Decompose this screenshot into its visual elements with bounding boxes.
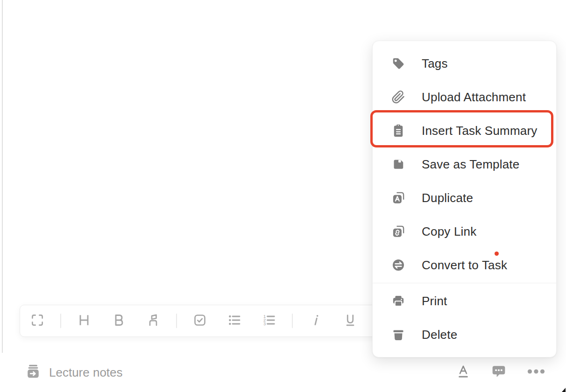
menu-item-label: Copy Link: [422, 224, 476, 239]
note-list-label: Lecture notes: [49, 365, 123, 380]
note-editor-screen: 123: [0, 0, 566, 392]
copy-link-icon: [391, 224, 405, 238]
more-options-icon: [527, 366, 545, 379]
menu-item-tags[interactable]: Tags: [373, 47, 556, 80]
clipboard-icon: [391, 124, 405, 138]
menu-item-label: Upload Attachment: [422, 90, 526, 105]
menu-item-delete[interactable]: Delete: [373, 318, 556, 351]
italic-icon: [309, 313, 323, 329]
highlight-button[interactable]: [136, 305, 170, 336]
menu-item-label: Insert Task Summary: [422, 124, 538, 138]
italic-button[interactable]: [298, 305, 333, 336]
menu-divider: [373, 283, 556, 283]
bold-icon: [112, 313, 126, 329]
font-color-icon: [456, 363, 471, 382]
bulleted-list-button[interactable]: [217, 305, 252, 336]
menu-item-save-as-template[interactable]: Save as Template: [373, 147, 556, 181]
format-toolbar: 123: [20, 305, 410, 337]
menu-item-label: Duplicate: [422, 191, 473, 205]
note-list-selector[interactable]: Lecture notes: [25, 364, 123, 381]
menu-item-print[interactable]: Print: [373, 284, 556, 318]
toolbar-divider: [55, 305, 67, 336]
tag-icon: [391, 56, 405, 70]
menu-item-insert-task-summary[interactable]: Insert Task Summary: [373, 114, 556, 147]
menu-item-copy-link[interactable]: Copy Link: [373, 215, 556, 248]
comment-icon: [491, 364, 506, 380]
footer-actions: [456, 363, 545, 382]
menu-item-upload-attachment[interactable]: Upload Attachment: [373, 80, 556, 114]
menu-item-label: Save as Template: [422, 157, 519, 172]
convert-arrows-icon: [391, 258, 405, 272]
bold-button[interactable]: [101, 305, 136, 336]
underline-icon: [343, 313, 357, 329]
heading-icon: [77, 313, 91, 329]
context-menu: Tags Upload Attachment Insert Task Summa…: [372, 41, 557, 357]
move-to-list-icon: [25, 364, 41, 381]
fullscreen-icon: [30, 313, 44, 329]
toolbar-divider: [286, 305, 298, 336]
underline-button[interactable]: [333, 305, 368, 336]
menu-item-duplicate[interactable]: Duplicate: [373, 181, 556, 215]
trash-icon: [391, 328, 405, 342]
numbered-list-icon: 123: [262, 313, 276, 329]
numbered-list-button[interactable]: 123: [252, 305, 286, 336]
printer-icon: [391, 294, 405, 308]
comment-button[interactable]: [491, 364, 506, 380]
heading-button[interactable]: [67, 305, 101, 336]
font-format-button[interactable]: [456, 363, 471, 382]
floppy-disk-icon: [391, 157, 405, 171]
fullscreen-button[interactable]: [20, 305, 55, 336]
highlight-flag-icon: [146, 313, 160, 329]
menu-item-label: Convert to Task: [422, 258, 507, 273]
more-options-button[interactable]: [527, 366, 545, 379]
note-footer-bar: Lecture notes: [0, 353, 566, 392]
checkbox-icon: [193, 313, 207, 329]
menu-item-convert-to-task[interactable]: Convert to Task: [373, 248, 556, 282]
duplicate-icon: [391, 191, 405, 205]
paperclip-icon: [391, 90, 405, 104]
menu-item-label: Delete: [422, 328, 457, 342]
toolbar-divider: [170, 305, 183, 336]
checklist-button[interactable]: [183, 305, 217, 336]
bulleted-list-icon: [227, 313, 241, 329]
svg-text:3: 3: [263, 322, 266, 326]
mouse-cursor: [562, 388, 566, 392]
menu-item-label: Print: [422, 294, 447, 308]
menu-item-label: Tags: [422, 56, 448, 71]
